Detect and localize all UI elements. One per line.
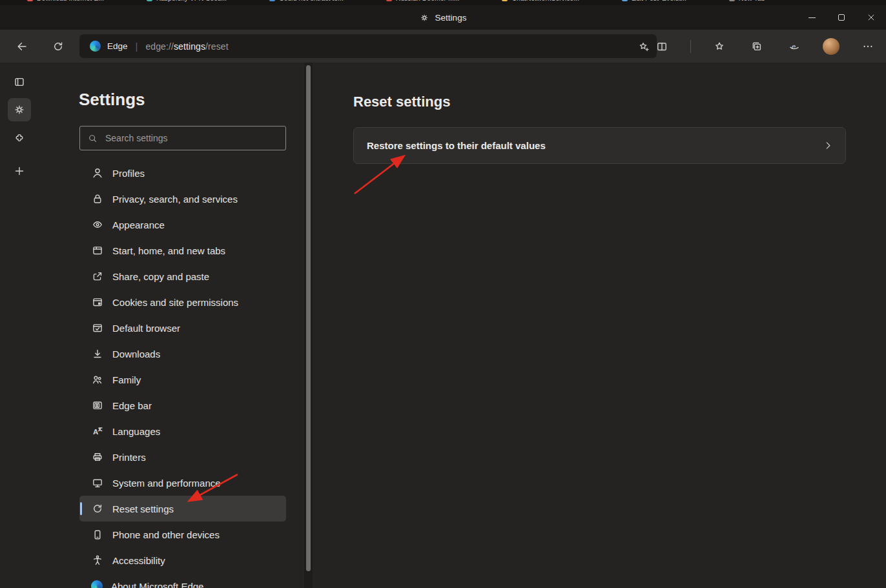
clipped-tab[interactable]: New Tab [729, 0, 765, 2]
family-icon [91, 373, 104, 386]
edge-logo-icon [90, 41, 101, 52]
back-button[interactable] [13, 36, 31, 57]
sidebar-item-label: Share, copy and paste [112, 271, 209, 282]
sidebar-item-profiles[interactable]: Profiles [79, 160, 286, 186]
sidebar-item-label: About Microsoft Edge [111, 581, 203, 588]
download-icon [91, 347, 104, 360]
chevron-right-icon [823, 140, 834, 151]
tab-favicon [147, 0, 152, 1]
split-screen-button[interactable] [653, 36, 671, 57]
clipped-tab[interactable]: Russian Doomer M... [386, 0, 460, 2]
sidebar-item-edge-bar[interactable]: Edge bar [79, 392, 286, 418]
clipped-tab-label: Kaspersky VPN Secu... [156, 0, 227, 2]
refresh-icon [52, 40, 65, 53]
settings-rail-button[interactable] [8, 98, 31, 121]
url-host: settings [174, 41, 205, 52]
clipped-tab-label: Could not extract te... [279, 0, 344, 2]
address-bar[interactable]: Edge | edge://settings/reset [79, 34, 657, 58]
sidebar-item-label: System and performance [112, 478, 221, 489]
restore-settings-card[interactable]: Restore settings to their default values [353, 127, 846, 164]
sidebar-item-start-home-and-new-tabs[interactable]: Start, home, and new tabs [79, 238, 286, 263]
lock-icon [91, 192, 104, 205]
minimize-button[interactable] [797, 5, 827, 30]
ie-mode-button[interactable]: e [785, 36, 803, 57]
sidebar-item-printers[interactable]: Printers [79, 444, 286, 470]
clipped-tab[interactable]: Kaspersky VPN Secu... [147, 0, 227, 2]
tab-favicon [502, 0, 508, 1]
clipped-tab-label: Russian Doomer M... [396, 0, 460, 2]
tab-layout-icon [13, 76, 26, 88]
scrollbar-track[interactable] [304, 63, 313, 588]
sidebar-item-privacy-search-and-services[interactable]: Privacy, search, and services [79, 186, 286, 212]
close-icon [867, 13, 876, 22]
clipped-tab[interactable]: ChatNetworkService... [502, 0, 579, 2]
sidebar-item-about-microsoft-edge[interactable]: About Microsoft Edge [79, 573, 286, 588]
clipped-tab-strip: Download Internet E...Kaspersky VPN Secu… [0, 0, 886, 5]
widgets-icon [13, 132, 26, 145]
clipped-tab[interactable]: Download Internet E... [27, 0, 104, 2]
sidebar-item-label: Languages [112, 426, 160, 437]
widgets-rail-button[interactable] [8, 127, 31, 150]
favorites-button[interactable] [710, 36, 728, 57]
collections-icon [750, 40, 763, 53]
sidebar-item-label: Default browser [112, 323, 180, 334]
sidebar-item-label: Phone and other devices [112, 529, 220, 540]
tab-favicon [622, 0, 628, 1]
browser-toolbar: Edge | edge://settings/reset e [0, 30, 886, 63]
profile-avatar[interactable] [823, 38, 840, 55]
tabs-icon [91, 244, 104, 257]
active-tab-title: Settings [435, 13, 467, 23]
refresh-button[interactable] [49, 36, 67, 57]
sidebar-item-appearance[interactable]: Appearance [79, 212, 286, 238]
monitor-icon [91, 476, 104, 489]
clipped-tab-label: New Tab [739, 0, 765, 2]
vertical-tab-rail [0, 63, 39, 588]
sidebar-item-languages[interactable]: ALanguages [79, 418, 286, 444]
add-favorite-button[interactable] [637, 40, 650, 53]
edge-logo-icon [91, 580, 103, 588]
url-text: edge://settings/reset [145, 41, 228, 52]
window-controls [797, 5, 886, 30]
back-icon [15, 40, 28, 53]
split-screen-icon [655, 40, 668, 53]
clipped-tab[interactable]: Edit Post 'Evolut... [622, 0, 686, 2]
sidebar-item-cookies-and-site-permissions[interactable]: Cookies and site permissions [79, 289, 286, 315]
sidebar-item-default-browser[interactable]: Default browser [79, 315, 286, 341]
sidebar-item-system-and-performance[interactable]: System and performance [79, 470, 286, 496]
active-tab[interactable]: Settings [420, 5, 467, 30]
collections-button[interactable] [748, 36, 766, 57]
sidebar-item-share-copy-and-paste[interactable]: Share, copy and paste [79, 263, 286, 289]
clipped-tab-label: Download Internet E... [37, 0, 104, 2]
sidebar-item-label: Accessibility [112, 555, 165, 566]
sidebar-item-label: Profiles [112, 168, 145, 179]
sidebar-item-phone-and-other-devices[interactable]: Phone and other devices [79, 522, 286, 547]
scrollbar-thumb[interactable] [306, 65, 311, 571]
sidebar-item-label: Edge bar [112, 400, 152, 411]
tab-favicon [386, 0, 392, 1]
close-button[interactable] [856, 5, 886, 30]
tab-favicon [729, 0, 735, 1]
sidebar-item-family[interactable]: Family [79, 367, 286, 392]
star-add-icon [637, 40, 650, 53]
cookies-icon [91, 296, 104, 309]
new-tab-button[interactable] [8, 159, 31, 183]
clipped-tab[interactable]: Could not extract te... [269, 0, 344, 2]
search-icon [87, 133, 98, 144]
sidebar-item-label: Start, home, and new tabs [112, 245, 225, 256]
tab-layout-button[interactable] [8, 70, 31, 94]
sidebar-item-downloads[interactable]: Downloads [79, 341, 286, 367]
gear-icon [13, 103, 26, 116]
search-box[interactable] [79, 126, 286, 150]
search-input[interactable] [104, 132, 278, 144]
sidebar-item-label: Appearance [112, 219, 165, 230]
toolbar-divider [690, 40, 691, 53]
maximize-button[interactable] [827, 5, 856, 30]
sidebar-item-accessibility[interactable]: Accessibility [79, 547, 286, 573]
sidebar-item-reset-settings[interactable]: Reset settings [79, 496, 286, 522]
reset-icon [91, 502, 104, 515]
sidebar-item-label: Reset settings [112, 503, 174, 514]
settings-menu-button[interactable] [859, 36, 877, 57]
gear-icon [420, 13, 429, 23]
url-path: /reset [205, 41, 229, 52]
clipped-tab-label: Edit Post 'Evolut... [632, 0, 686, 2]
